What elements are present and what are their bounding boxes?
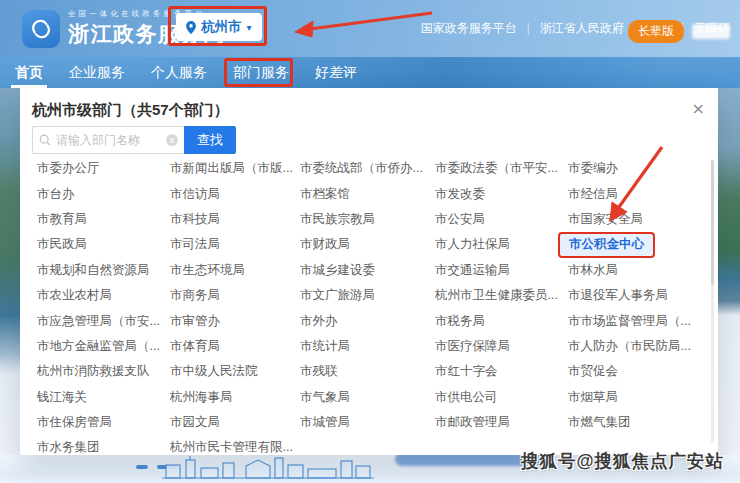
department-item[interactable]: 市应急管理局（市安...: [37, 313, 170, 330]
department-item[interactable]: 杭州市卫生健康委员...: [435, 287, 568, 304]
department-item[interactable]: 市委政法委（市平安...: [435, 160, 568, 177]
department-item[interactable]: 市公安局: [435, 211, 568, 228]
department-item[interactable]: 市商务局: [170, 287, 300, 304]
department-item[interactable]: 市园文局: [170, 414, 300, 431]
nav-item[interactable]: 首页: [15, 57, 43, 88]
department-item[interactable]: 市人力社保局: [435, 236, 568, 253]
logo-emblem-icon: [22, 10, 60, 48]
department-item[interactable]: 市体育局: [170, 338, 300, 355]
department-item[interactable]: 市民族宗教局: [300, 211, 435, 228]
department-item[interactable]: 市水务集团: [37, 439, 170, 456]
department-item[interactable]: 市地方金融监管局（...: [37, 338, 170, 355]
department-item[interactable]: 市民政局: [37, 236, 170, 253]
clear-icon[interactable]: x: [166, 134, 178, 146]
department-item[interactable]: 市邮政管理局: [435, 414, 568, 431]
department-item[interactable]: 市审管办: [170, 313, 300, 330]
department-item[interactable]: 市人防办（市民防局...: [568, 338, 704, 355]
department-item[interactable]: 市红十字会: [435, 363, 568, 380]
nav-item[interactable]: 个人服务: [151, 57, 207, 88]
blurred-user-chip: [692, 24, 730, 39]
department-item[interactable]: 市国家安全局: [568, 211, 704, 228]
department-item[interactable]: 市退役军人事务局: [568, 287, 704, 304]
scrollbar-thumb[interactable]: [711, 160, 714, 285]
department-item[interactable]: 市文广旅游局: [300, 287, 435, 304]
department-item[interactable]: 杭州市民卡管理有限...: [170, 439, 300, 456]
elder-version-button[interactable]: 长辈版: [628, 20, 684, 43]
department-item[interactable]: 市交通运输局: [435, 262, 568, 279]
location-selector[interactable]: 杭州市 ▾: [176, 13, 262, 41]
department-item[interactable]: 钱江海关: [37, 389, 170, 406]
department-item[interactable]: 市教育局: [37, 211, 170, 228]
department-item[interactable]: 市统计局: [300, 338, 435, 355]
department-item[interactable]: 市新闻出版局（市版...: [170, 160, 300, 177]
nav-item[interactable]: 部门服务: [233, 57, 289, 88]
location-label: 杭州市: [201, 18, 242, 36]
search-button[interactable]: 查找: [184, 126, 236, 154]
department-item[interactable]: 市住保房管局: [37, 414, 170, 431]
department-item[interactable]: 市城管局: [300, 414, 435, 431]
department-item[interactable]: 市供电公司: [435, 389, 568, 406]
modal-scrollbar[interactable]: [711, 160, 714, 443]
department-item[interactable]: 市经信局: [568, 186, 704, 203]
department-item[interactable]: 市司法局: [170, 236, 300, 253]
department-item[interactable]: 市税务局: [435, 313, 568, 330]
main-nav: 首页企业服务个人服务部门服务好差评: [0, 57, 740, 88]
background-photo-left: [0, 88, 20, 455]
department-item[interactable]: 市信访局: [170, 186, 300, 203]
department-item[interactable]: 杭州海事局: [170, 389, 300, 406]
modal-title: 杭州市级部门（共57个部门）: [32, 101, 229, 120]
department-item[interactable]: 市委编办: [568, 160, 704, 177]
department-item[interactable]: 市档案馆: [300, 186, 435, 203]
nav-item[interactable]: 好差评: [315, 57, 357, 88]
location-pin-icon: [186, 21, 196, 34]
department-item[interactable]: 市残联: [300, 363, 435, 380]
department-item[interactable]: 市贸促会: [568, 363, 704, 380]
watermark-text: 搜狐号@搜狐焦点广安站: [521, 449, 724, 473]
department-item[interactable]: 市发改委: [435, 186, 568, 203]
search-box: x: [32, 126, 184, 154]
department-item[interactable]: 市烟草局: [568, 389, 704, 406]
department-item[interactable]: 市科技局: [170, 211, 300, 228]
department-item[interactable]: 市农业农村局: [37, 287, 170, 304]
department-item[interactable]: 市规划和自然资源局: [37, 262, 170, 279]
search-row: x 查找: [32, 126, 236, 154]
department-item[interactable]: 市财政局: [300, 236, 435, 253]
department-item[interactable]: 市市场监督管理局（...: [568, 313, 704, 330]
department-item[interactable]: 市台办: [37, 186, 170, 203]
background-photo-right: [718, 88, 740, 455]
department-item[interactable]: 市城乡建设委: [300, 262, 435, 279]
department-item[interactable]: 市林水局: [568, 262, 704, 279]
department-item[interactable]: 市外办: [300, 313, 435, 330]
department-item[interactable]: 市公积金中心: [558, 232, 655, 258]
search-icon: [39, 134, 51, 146]
department-item[interactable]: 市中级人民法院: [170, 363, 300, 380]
department-item[interactable]: 市燃气集团: [568, 414, 704, 431]
caret-down-icon: ▾: [247, 22, 252, 33]
department-item[interactable]: 市委统战部（市侨办...: [300, 160, 435, 177]
department-modal: 杭州市级部门（共57个部门） × x 查找 市委办公厅市新闻出版局（市版...市…: [20, 88, 718, 455]
nav-item[interactable]: 企业服务: [69, 57, 125, 88]
department-item[interactable]: 市医疗保障局: [435, 338, 568, 355]
department-item[interactable]: 市委办公厅: [37, 160, 170, 177]
department-search-input[interactable]: [56, 133, 166, 147]
header-actions: 长辈版: [282, 20, 730, 43]
department-item[interactable]: 杭州市消防救援支队: [37, 363, 170, 380]
page: 全国一体化在线政务服务平台 浙江政务服务网 杭州市 ▾ 国家政务服务平台浙江省人…: [0, 0, 740, 483]
department-item[interactable]: 市生态环境局: [170, 262, 300, 279]
department-grid: 市委办公厅市新闻出版局（市版...市委统战部（市侨办...市委政法委（市平安..…: [37, 156, 704, 461]
close-icon[interactable]: ×: [692, 101, 705, 117]
department-item[interactable]: 市气象局: [300, 389, 435, 406]
